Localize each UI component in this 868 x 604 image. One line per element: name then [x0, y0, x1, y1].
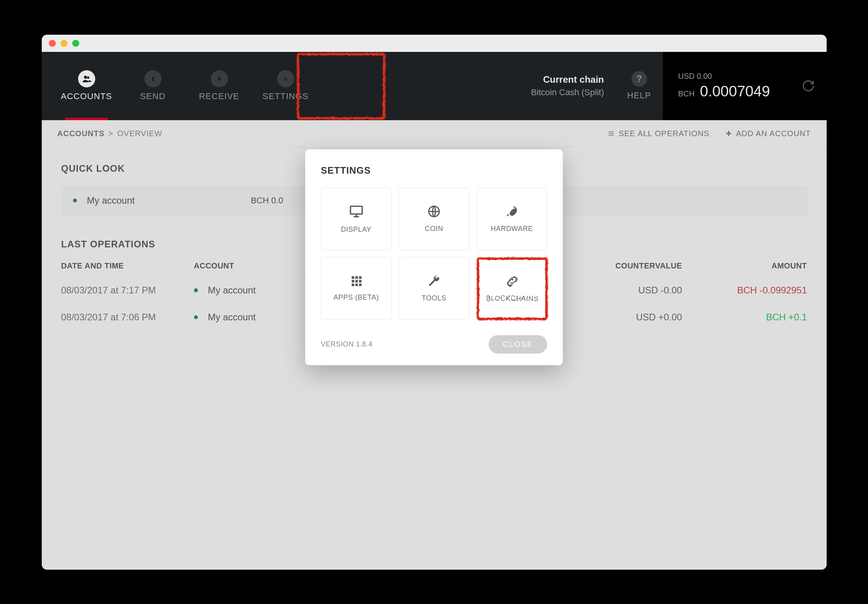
- chain-icon: [505, 274, 519, 288]
- op-amount: BCH -0.0992951: [706, 285, 807, 296]
- status-dot: [73, 199, 77, 203]
- minimize-window-dot[interactable]: [60, 40, 68, 47]
- nav-label: RECEIVE: [199, 91, 240, 101]
- settings-tile-hardware[interactable]: HARDWARE: [477, 188, 547, 250]
- balance-block: USD 0.00 BCH 0.0007049: [663, 52, 827, 120]
- rocket-icon: [505, 204, 519, 219]
- op-date: 08/03/2017 at 7:17 PM: [61, 285, 194, 296]
- monitor-icon: [349, 204, 364, 219]
- svg-rect-15: [352, 280, 354, 282]
- globe-icon: [427, 204, 441, 219]
- top-nav: ACCOUNTS SEND RECEIVE SETTINGS: [42, 52, 827, 120]
- gear-icon: [277, 70, 294, 87]
- app-window: ACCOUNTS SEND RECEIVE SETTINGS: [42, 35, 827, 570]
- status-dot: [194, 288, 198, 292]
- svg-point-1: [87, 76, 89, 79]
- wrench-icon: [427, 274, 441, 288]
- svg-rect-16: [355, 280, 358, 282]
- svg-rect-6: [608, 133, 614, 134]
- settings-modal: SETTINGS DISPLAY COIN HARDWARE APPS (BET…: [305, 149, 563, 365]
- svg-rect-5: [608, 131, 614, 132]
- op-amount: BCH +0.1: [706, 312, 807, 323]
- chain-title: Current chain: [531, 74, 604, 85]
- svg-rect-10: [350, 206, 362, 214]
- nav-help[interactable]: ? HELP: [616, 71, 663, 101]
- nav-label: SEND: [140, 91, 165, 101]
- close-button[interactable]: CLOSE: [489, 335, 547, 354]
- current-chain: Current chain Bitcoin Cash (Split): [531, 74, 615, 98]
- subheader: ACCOUNTS > OVERVIEW SEE ALL OPERATIONS A…: [42, 120, 827, 147]
- nav-accounts[interactable]: ACCOUNTS: [53, 52, 120, 120]
- users-icon: [78, 70, 95, 87]
- nav-label: SETTINGS: [262, 91, 308, 101]
- nav-send[interactable]: SEND: [120, 52, 186, 120]
- account-name: My account: [87, 195, 251, 206]
- grid-icon: [350, 275, 363, 287]
- version-label: VERSION 1.8.4: [321, 340, 373, 348]
- op-account: My account: [208, 312, 256, 323]
- op-account: My account: [208, 285, 256, 296]
- account-balance: BCH 0.0: [251, 195, 283, 206]
- nav-label: ACCOUNTS: [61, 91, 112, 101]
- settings-tile-display[interactable]: DISPLAY: [321, 188, 391, 250]
- settings-tile-tools[interactable]: TOOLS: [398, 257, 469, 320]
- svg-rect-19: [355, 284, 358, 286]
- svg-rect-14: [359, 276, 361, 279]
- svg-point-0: [84, 76, 87, 79]
- balance-bch: BCH 0.0007049: [678, 83, 770, 100]
- op-date: 08/03/2017 at 7:06 PM: [61, 312, 194, 323]
- status-dot: [194, 315, 198, 319]
- nav-label: HELP: [627, 91, 651, 101]
- settings-tile-coin[interactable]: COIN: [398, 188, 469, 250]
- chain-subtitle: Bitcoin Cash (Split): [531, 87, 604, 98]
- modal-title: SETTINGS: [321, 165, 547, 176]
- svg-rect-7: [608, 135, 614, 136]
- svg-rect-12: [352, 276, 354, 279]
- breadcrumb: ACCOUNTS > OVERVIEW: [57, 129, 162, 138]
- svg-rect-20: [359, 284, 361, 286]
- svg-rect-9: [726, 133, 731, 134]
- maximize-window-dot[interactable]: [72, 40, 79, 47]
- svg-rect-17: [359, 280, 361, 282]
- add-account-link[interactable]: ADD AN ACCOUNT: [725, 129, 811, 138]
- svg-point-4: [281, 74, 290, 83]
- balance-usd: USD 0.00: [678, 72, 770, 81]
- svg-rect-13: [355, 276, 358, 279]
- arrow-down-icon: [211, 70, 228, 87]
- mac-titlebar: [42, 35, 827, 52]
- settings-tile-apps[interactable]: APPS (BETA): [321, 257, 391, 320]
- see-all-operations-link[interactable]: SEE ALL OPERATIONS: [608, 129, 710, 138]
- refresh-icon[interactable]: [802, 79, 815, 92]
- nav-receive[interactable]: RECEIVE: [186, 52, 253, 120]
- question-icon: ?: [631, 71, 647, 87]
- svg-rect-18: [352, 284, 354, 286]
- nav-settings[interactable]: SETTINGS: [253, 52, 319, 120]
- close-window-dot[interactable]: [49, 40, 56, 47]
- arrow-up-icon: [144, 70, 162, 87]
- settings-tile-blockchains[interactable]: BLOCKCHAINS: [477, 257, 547, 320]
